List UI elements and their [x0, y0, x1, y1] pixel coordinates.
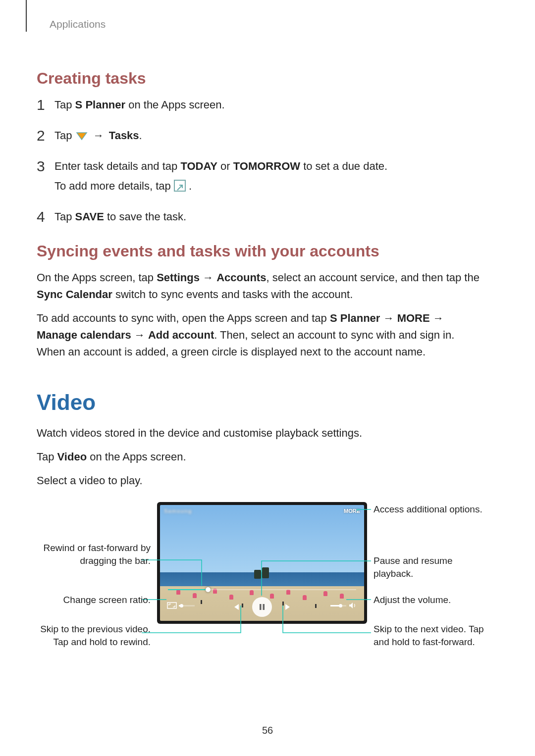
expand-icon — [174, 180, 186, 192]
text-bold: TOMORROW — [233, 160, 300, 172]
volume-control[interactable] — [330, 602, 357, 609]
paragraph: Select a video to play. — [37, 472, 485, 489]
device-frame: Samsung MORE — [157, 502, 367, 624]
step-1: 1 Tap S Planner on the Apps screen. — [37, 97, 485, 116]
text-bold: SAVE — [75, 210, 104, 223]
text: on the Apps screen. — [125, 99, 225, 111]
text-bold: S Planner — [75, 99, 125, 111]
callout-screen-ratio: Change screen ratio. — [37, 594, 151, 606]
step-text: Enter task details and tap TODAY or TOMO… — [54, 158, 485, 175]
step-number: 3 — [37, 158, 54, 175]
callout-rewind-bar: Rewind or fast-forward by dragging the b… — [37, 542, 151, 567]
text-bold: Video — [57, 451, 87, 463]
text: . — [139, 129, 142, 142]
step-text: Tap SAVE to save the task. — [54, 208, 485, 225]
text: To add more details, tap — [54, 180, 174, 192]
text-bold: Sync Calendar — [37, 288, 112, 301]
step-text: Tap → Tasks. — [54, 127, 485, 144]
device-screen: Samsung MORE — [160, 505, 364, 621]
section-video: Video Watch videos stored in the device … — [37, 390, 485, 667]
breadcrumb: Applications — [50, 18, 106, 30]
arrow-text: → — [430, 312, 444, 324]
text: Tap — [54, 99, 75, 111]
text: Enter task details and tap — [54, 160, 180, 172]
side-rule — [26, 0, 27, 32]
text: To add accounts to sync with, open the A… — [37, 312, 330, 324]
paragraph: Watch videos stored in the device and cu… — [37, 425, 485, 442]
text-bold: Accounts — [216, 271, 266, 284]
page: Applications Creating tasks 1 Tap S Plan… — [0, 0, 535, 756]
paragraph: Tap Video on the Apps screen. — [37, 449, 485, 465]
text-bold: Tasks — [109, 129, 139, 142]
progress-fill — [168, 589, 206, 590]
step-4: 4 Tap SAVE to save the task. — [37, 208, 485, 228]
callout-prev-video: Skip to the previous video. Tap and hold… — [37, 623, 151, 649]
callout-pause-resume: Pause and resume playback. — [374, 554, 487, 580]
section-syncing: Syncing events and tasks with your accou… — [37, 242, 485, 360]
previous-button[interactable] — [229, 601, 242, 613]
video-top-bar: Samsung MORE — [160, 505, 364, 517]
step-2: 2 Tap → Tasks. — [37, 127, 485, 147]
callout-next-video: Skip to the next video. Tap and hold to … — [374, 623, 487, 649]
text: switch to sync events and tasks with the… — [112, 288, 353, 301]
step-3: 3 Enter task details and tap TODAY or TO… — [37, 158, 485, 198]
text-bold: Settings — [157, 271, 200, 284]
paragraph: On the Apps screen, tap Settings → Accou… — [37, 269, 485, 303]
heading-syncing: Syncing events and tasks with your accou… — [37, 242, 485, 260]
page-number: 56 — [0, 725, 535, 736]
text: on the Apps screen. — [87, 451, 186, 463]
svg-rect-2 — [260, 604, 262, 610]
paragraph: To add accounts to sync with, open the A… — [37, 310, 485, 360]
heading-creating-tasks: Creating tasks — [37, 69, 485, 88]
callout-more-options: Access additional options. — [374, 503, 487, 516]
next-button[interactable] — [282, 601, 295, 613]
photo-rock — [254, 570, 261, 579]
text-bold: Add account — [148, 329, 214, 341]
step-number: 4 — [37, 208, 54, 225]
step-text: To add more details, tap . — [54, 178, 485, 195]
arrow-text: → — [91, 129, 109, 142]
dropdown-icon — [75, 130, 88, 141]
more-button[interactable]: MORE — [344, 508, 360, 514]
text: Tap — [54, 210, 75, 223]
brand-label: Samsung — [164, 508, 192, 514]
callout-adjust-volume: Adjust the volume. — [374, 594, 487, 606]
arrow-text: → — [200, 271, 216, 284]
text: . — [189, 180, 192, 192]
step-number: 2 — [37, 127, 54, 144]
volume-bar[interactable] — [330, 605, 346, 606]
svg-rect-3 — [263, 604, 265, 610]
text: On the Apps screen, tap — [37, 271, 157, 284]
text-bold: TODAY — [180, 160, 217, 172]
progress-knob[interactable] — [206, 587, 211, 592]
text-bold: S Planner — [330, 312, 380, 324]
heading-video: Video — [37, 390, 485, 415]
text: Tap — [37, 451, 57, 463]
text-bold: Manage calendars — [37, 329, 131, 341]
svg-marker-0 — [77, 133, 87, 140]
pause-button[interactable] — [252, 597, 272, 617]
step-text: Tap S Planner on the Apps screen. — [54, 97, 485, 113]
arrow-text: → — [131, 329, 148, 341]
text: Tap — [54, 129, 75, 142]
arrow-text: → — [380, 312, 397, 324]
text: , select an account service, and then ta… — [266, 271, 480, 284]
text: to save the task. — [104, 210, 186, 223]
text: or — [217, 160, 233, 172]
steps-list: 1 Tap S Planner on the Apps screen. 2 Ta… — [37, 97, 485, 228]
section-creating-tasks: Creating tasks 1 Tap S Planner on the Ap… — [37, 0, 485, 228]
text: to set a due date. — [300, 160, 387, 172]
video-player-diagram: Samsung MORE — [37, 499, 482, 667]
text-bold: MORE — [397, 312, 430, 324]
photo-rock — [262, 567, 269, 578]
progress-bar[interactable] — [168, 589, 356, 590]
step-number: 1 — [37, 97, 54, 113]
